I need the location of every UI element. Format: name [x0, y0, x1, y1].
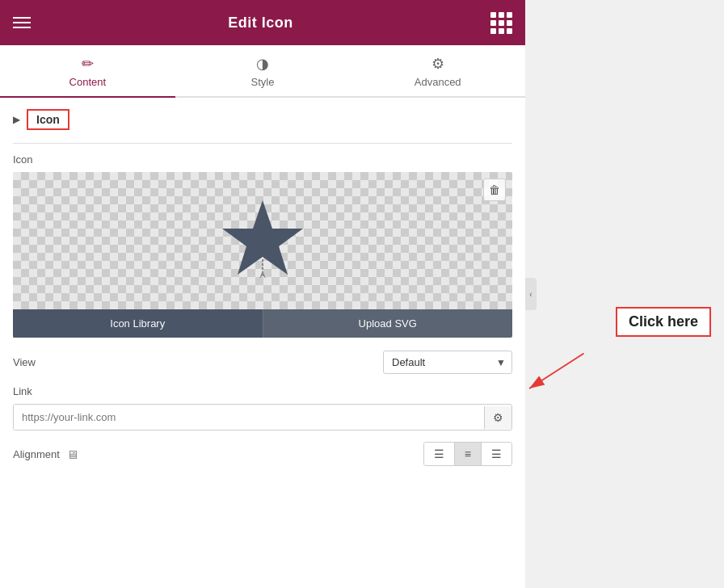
section-title: Icon: [27, 109, 69, 130]
icon-preview-container: 🗑 Icon Library Upload SVG: [13, 172, 512, 338]
link-input[interactable]: [14, 405, 484, 430]
tab-content[interactable]: ✏ Content: [0, 45, 175, 96]
section-header: ▶ Icon: [13, 98, 512, 140]
trash-icon: 🗑: [489, 183, 500, 196]
tab-advanced-label: Advanced: [415, 76, 461, 88]
icon-library-button[interactable]: Icon Library: [13, 309, 263, 338]
click-here-annotation: Click here: [616, 307, 711, 337]
tabs-bar: ✏ Content ◑ Style ⚙ Advanced: [0, 45, 525, 98]
style-icon: ◑: [256, 55, 269, 73]
delete-icon-button[interactable]: 🗑: [483, 178, 506, 201]
section-collapse-arrow[interactable]: ▶: [13, 114, 20, 125]
tab-style[interactable]: ◑ Style: [175, 45, 351, 96]
alignment-buttons: ☰ ≡ ☰: [423, 442, 512, 466]
view-field-row: View Default Stacked Framed ▼: [13, 351, 512, 374]
align-center-button[interactable]: ≡: [455, 443, 482, 465]
view-select[interactable]: Default Stacked Framed: [383, 351, 512, 374]
gear-icon: ⚙: [431, 55, 444, 73]
align-right-button[interactable]: ☰: [482, 443, 511, 465]
icon-preview-canvas: 🗑: [13, 172, 512, 309]
hamburger-menu-icon[interactable]: [13, 17, 31, 28]
view-label: View: [13, 356, 36, 368]
desktop-device-icon: 🖥: [66, 447, 78, 461]
link-settings-button[interactable]: ⚙: [484, 406, 511, 429]
svg-marker-2: [259, 271, 266, 279]
link-section: Link ⚙: [13, 385, 512, 430]
tab-content-label: Content: [69, 76, 107, 88]
align-left-button[interactable]: ☰: [424, 443, 455, 465]
tab-advanced[interactable]: ⚙ Advanced: [350, 45, 525, 96]
alignment-label-group: Alignment 🖥: [13, 447, 78, 461]
icon-field-label: Icon: [13, 153, 512, 166]
panel-header: Edit Icon: [0, 0, 525, 45]
chevron-left-icon: ‹: [529, 290, 532, 299]
tab-style-label: Style: [251, 76, 275, 88]
upload-svg-button[interactable]: Upload SVG: [263, 309, 513, 338]
panel-content: ▶ Icon Icon 🗑 Icon Library: [0, 98, 525, 588]
apps-grid-icon[interactable]: [490, 12, 512, 34]
alignment-row: Alignment 🖥 ☰ ≡ ☰: [13, 442, 512, 466]
panel-title: Edit Icon: [228, 15, 293, 32]
link-input-wrapper: ⚙: [13, 404, 512, 430]
view-select-wrapper: Default Stacked Framed ▼: [383, 351, 512, 374]
link-label: Link: [13, 385, 512, 397]
panel: Edit Icon ✏ Content ◑ Style ⚙ Advanced ▶…: [0, 0, 525, 588]
annotation-arrow: [509, 347, 671, 396]
icon-actions-bar: Icon Library Upload SVG: [13, 309, 512, 338]
settings-icon: ⚙: [493, 411, 503, 424]
section-divider: [13, 143, 512, 144]
svg-line-4: [529, 354, 584, 389]
star-preview-icon: [218, 196, 307, 285]
alignment-label: Alignment: [13, 448, 60, 460]
pencil-icon: ✏: [82, 55, 94, 73]
sidebar-collapse-handle[interactable]: ‹: [525, 278, 537, 310]
